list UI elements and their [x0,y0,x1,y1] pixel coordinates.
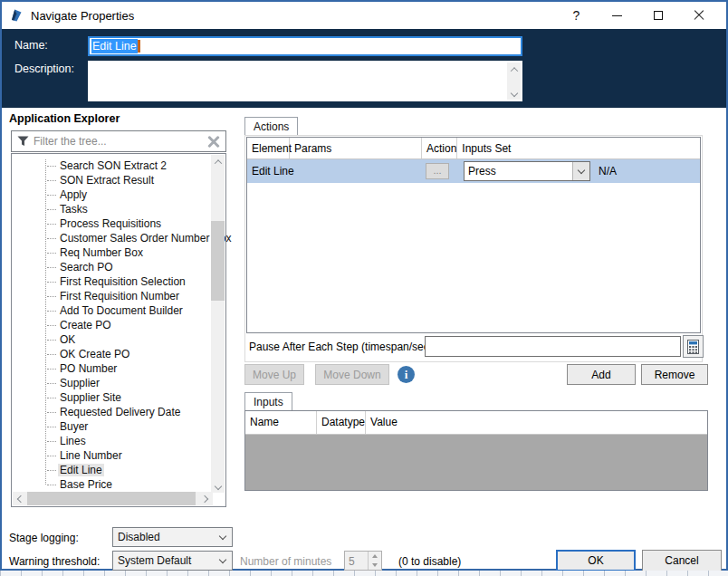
warning-threshold-dropdown[interactable]: System Default [112,551,233,571]
dialog-header: Name: Edit Line Description: [2,29,726,108]
action-params-cell: ... [419,159,462,183]
tree-item-label: OK [58,333,77,346]
params-button[interactable]: ... [426,163,449,179]
tree-item[interactable]: OK [13,332,210,347]
pause-after-step-input[interactable] [425,336,681,357]
tree-item-label: Buyer [58,420,90,433]
tree-item[interactable]: Supplier [13,376,210,390]
timespan-calculator-button[interactable] [683,335,704,358]
inputs-table-header: Name Datatype Value [245,411,707,435]
description-field[interactable] [88,61,522,101]
tree-item-label: OK Create PO [58,348,131,360]
tab-actions[interactable]: Actions [244,117,298,135]
actions-table: Element Params Action Inputs Set Edit Li… [246,137,701,333]
tree-list: Search SON Extract 2 SON Extract Result … [13,158,210,492]
tree-item-label: Tasks [58,203,90,216]
tree-item-label: First Requisition Selection [58,275,187,288]
navigate-properties-dialog: Navigate Properties ? Name: Edit Line De… [0,0,728,571]
tree-item[interactable]: Base Price [13,477,210,492]
tree-item[interactable]: Customer Sales Order Number Box [13,231,210,245]
stage-logging-label: Stage logging: [9,532,79,544]
tree-connector [47,369,56,370]
help-button[interactable]: ? [556,2,597,29]
tree-item-label: Customer Sales Order Number Box [58,232,233,245]
tree-item-label: Line Number [58,449,124,462]
tree-item[interactable]: Lines [13,434,210,448]
spinner-up-icon[interactable] [369,552,381,561]
tree-horizontal-scrollbar[interactable] [13,492,213,505]
tree-filter-box[interactable] [11,130,226,152]
move-up-button[interactable]: Move Up [244,364,304,385]
horizontal-scrollbar-thumb[interactable] [27,492,196,505]
tree-item[interactable]: Create PO [13,318,210,332]
vertical-scrollbar-thumb[interactable] [211,221,225,301]
tree-connector [47,282,56,283]
scroll-right-icon[interactable] [199,492,213,505]
remove-button[interactable]: Remove [641,364,708,385]
scroll-up-icon[interactable] [507,62,521,76]
action-dropdown-value: Press [465,165,572,178]
tree-item[interactable]: Process Requisitions [13,216,210,231]
minutes-spinner[interactable]: 5 [344,551,382,571]
tree-item[interactable]: Apply [13,187,210,202]
scroll-left-icon[interactable] [13,492,26,505]
tree-connector [47,398,56,398]
tree-item[interactable]: Search SON Extract 2 [13,158,210,173]
tree-vertical-scrollbar[interactable] [211,155,225,493]
chevron-down-icon[interactable] [572,162,589,180]
application-explorer-title: Application Explorer [9,112,120,125]
tree-connector [47,267,56,268]
clear-filter-icon[interactable] [206,134,221,149]
column-header: Element [247,138,290,158]
tree-connector [47,166,56,167]
cancel-button[interactable]: Cancel [642,550,722,571]
application-explorer-tree[interactable]: Search SON Extract 2 SON Extract Result … [11,153,226,507]
spinner-down-icon[interactable] [369,561,381,570]
tree-item[interactable]: Search PO [13,260,210,274]
tree-connector [47,195,56,196]
description-scrollbar[interactable] [507,62,521,100]
tree-item-label: Lines [58,435,88,447]
maximize-button[interactable] [637,2,678,29]
tree-item[interactable]: First Requisition Number [13,289,210,303]
tree-item[interactable]: Edit Line [13,463,210,477]
info-icon[interactable]: i [398,366,415,383]
chevron-down-icon [214,559,232,562]
tree-item-label: Supplier Site [58,391,123,404]
tree-item[interactable]: Tasks [13,202,210,216]
tree-item-label: Add To Document Builder [58,304,185,317]
action-row[interactable]: Edit Line ... Press N/A [247,159,700,183]
ok-button[interactable]: OK [556,550,636,571]
tree-item[interactable]: OK Create PO [13,347,210,361]
scroll-up-icon[interactable] [211,155,225,168]
move-down-button[interactable]: Move Down [315,364,389,385]
tree-item-label: Apply [58,188,89,201]
stage-logging-dropdown[interactable]: Disabled [112,527,233,547]
window-title: Navigate Properties [31,9,134,23]
tab-actions-label: Actions [254,120,289,133]
number-of-minutes-label: Number of minutes [240,555,331,568]
action-inputs-set-cell: N/A [594,159,694,183]
scroll-down-icon[interactable] [211,479,225,493]
pause-after-step-label: Pause After Each Step (timespan/secs) [249,341,438,353]
tree-item[interactable]: Requested Delivery Date [13,405,210,419]
tree-item[interactable]: Line Number [13,448,210,463]
titlebar: Navigate Properties ? [2,2,726,29]
minimize-button[interactable] [597,2,637,29]
close-button[interactable] [678,2,719,29]
tree-item[interactable]: SON Extract Result [13,173,210,187]
name-field[interactable]: Edit Line [88,36,522,56]
column-header: Datatype [317,411,366,434]
tree-item[interactable]: Supplier Site [13,390,210,405]
tree-item[interactable]: First Requisition Selection [13,274,210,289]
tab-inputs[interactable]: Inputs [244,392,292,410]
tree-item[interactable]: Add To Document Builder [13,303,210,318]
tree-filter-input[interactable] [34,135,206,148]
tree-item[interactable]: Buyer [13,419,210,434]
action-dropdown[interactable]: Press [464,161,590,181]
tree-item[interactable]: Req Number Box [13,245,210,260]
tree-item[interactable]: PO Number [13,361,210,376]
app-logo-icon [9,8,24,23]
scroll-down-icon[interactable] [507,86,521,100]
add-button[interactable]: Add [567,364,636,385]
